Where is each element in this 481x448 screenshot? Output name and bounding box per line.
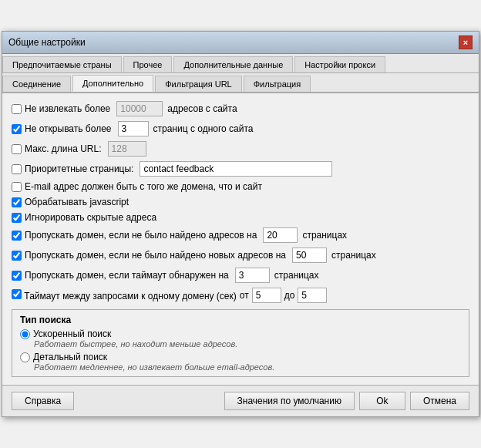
tab-other[interactable]: Прочее xyxy=(123,56,173,72)
fast-search-desc: Работает быстрее, но находит меньше адре… xyxy=(34,339,461,349)
tab-proxy-settings[interactable]: Настройки прокси xyxy=(294,56,385,72)
max-url-checkbox[interactable] xyxy=(12,144,22,154)
skip-no-addr-input[interactable] xyxy=(263,227,298,243)
ignore-hidden-label[interactable]: Игнорировать скрытые адреса xyxy=(12,212,156,223)
bottom-bar: Справка Значения по умолчанию Ok Отмена xyxy=(2,385,479,416)
skip-timeout-label[interactable]: Пропускать домен, если таймаут обнаружен… xyxy=(12,270,229,281)
timeout-between-checkbox[interactable] xyxy=(12,289,22,299)
priority-input[interactable] xyxy=(140,161,332,177)
tab-row-1: Предпочитаемые страны Прочее Дополнитель… xyxy=(2,54,479,73)
row-timeout-between: Таймаут между запросами к одному домену … xyxy=(12,288,469,303)
skip-timeout-input[interactable] xyxy=(235,268,270,283)
max-url-input[interactable] xyxy=(108,141,146,157)
row-not-extract: Не извлекать более адресов с сайта xyxy=(12,101,469,116)
tab-filter[interactable]: Фильтрация xyxy=(244,76,311,92)
timeout-between-label[interactable]: Таймаут между запросами к одному домену … xyxy=(12,289,237,301)
row-skip-no-new-addr: Пропускать домен, если не было найдено н… xyxy=(12,248,469,263)
skip-no-new-addr-input[interactable] xyxy=(292,248,327,263)
fast-search-option: Ускоренный поиск Работает быстрее, но на… xyxy=(20,328,461,349)
skip-no-addr-suffix: страницах xyxy=(302,230,347,241)
not-extract-suffix: адресов с сайта xyxy=(167,103,237,114)
row-skip-timeout: Пропускать домен, если таймаут обнаружен… xyxy=(12,268,469,283)
timeout-from-input[interactable] xyxy=(252,288,281,303)
detailed-search-radio[interactable] xyxy=(20,352,30,362)
skip-no-new-addr-label[interactable]: Пропускать домен, если не было найдено н… xyxy=(12,250,286,261)
tab-url-filter[interactable]: Фильтрация URL xyxy=(155,76,242,92)
ok-button[interactable]: Ok xyxy=(359,392,405,410)
tab-additional-data[interactable]: Дополнительные данные xyxy=(173,56,293,72)
main-window: Общие настройки × Предпочитаемые страны … xyxy=(2,31,479,417)
skip-no-new-addr-suffix: страницах xyxy=(331,250,376,261)
fast-search-label[interactable]: Ускоренный поиск xyxy=(20,328,461,339)
timeout-from-label: от xyxy=(240,290,249,301)
detailed-search-desc: Работает медленнее, но извлекает больше … xyxy=(34,362,461,372)
ignore-hidden-checkbox[interactable] xyxy=(12,213,22,223)
row-priority: Приоритетные страницы: xyxy=(12,161,469,177)
window-title: Общие настройки xyxy=(8,37,86,48)
not-extract-label[interactable]: Не извлекать более xyxy=(12,103,110,114)
skip-no-new-addr-checkbox[interactable] xyxy=(12,251,22,261)
title-bar: Общие настройки × xyxy=(2,32,479,54)
skip-no-addr-label[interactable]: Пропускать домен, если не было найдено а… xyxy=(12,230,257,241)
javascript-label[interactable]: Обрабатывать javascript xyxy=(12,197,129,207)
content-area: Не извлекать более адресов с сайта Не от… xyxy=(2,93,479,385)
radio-group: Ускоренный поиск Работает быстрее, но на… xyxy=(20,328,461,372)
not-extract-input[interactable] xyxy=(116,101,163,116)
cancel-button[interactable]: Отмена xyxy=(410,392,469,410)
tab-row-2: Соединение Дополнительно Фильтрация URL … xyxy=(2,73,479,93)
not-open-checkbox[interactable] xyxy=(12,124,22,134)
fast-search-radio[interactable] xyxy=(20,329,30,339)
help-button[interactable]: Справка xyxy=(12,392,74,410)
skip-timeout-checkbox[interactable] xyxy=(12,271,22,281)
tab-preferred-pages[interactable]: Предпочитаемые страны xyxy=(2,56,122,72)
defaults-button[interactable]: Значения по умолчанию xyxy=(224,392,355,410)
search-type-title: Тип поиска xyxy=(20,315,461,325)
detailed-search-label[interactable]: Детальный поиск xyxy=(20,352,461,362)
row-ignore-hidden: Игнорировать скрытые адреса xyxy=(12,212,469,223)
tab-connection[interactable]: Соединение xyxy=(2,76,71,92)
email-domain-checkbox[interactable] xyxy=(12,182,22,192)
priority-label[interactable]: Приоритетные страницы: xyxy=(12,163,133,174)
detailed-search-option: Детальный поиск Работает медленнее, но и… xyxy=(20,352,461,372)
javascript-checkbox[interactable] xyxy=(12,197,22,207)
not-open-label[interactable]: Не открывать более xyxy=(12,123,112,134)
not-open-suffix: страниц с одного сайта xyxy=(153,123,254,134)
not-open-input[interactable] xyxy=(118,121,149,136)
row-email-domain: E-mail адрес должен быть с того же домен… xyxy=(12,181,469,192)
row-not-open: Не открывать более страниц с одного сайт… xyxy=(12,121,469,136)
max-url-label[interactable]: Макс. длина URL: xyxy=(12,143,102,154)
priority-checkbox[interactable] xyxy=(12,164,22,174)
timeout-to-input[interactable] xyxy=(298,288,327,303)
email-domain-label[interactable]: E-mail адрес должен быть с того же домен… xyxy=(12,181,262,192)
tab-additional[interactable]: Дополнительно xyxy=(72,75,153,92)
row-javascript: Обрабатывать javascript xyxy=(12,197,469,207)
close-button[interactable]: × xyxy=(459,35,473,49)
skip-timeout-suffix: страницах xyxy=(274,270,319,281)
row-max-url: Макс. длина URL: xyxy=(12,141,469,157)
timeout-to-label: до xyxy=(284,290,295,301)
btn-group-right: Значения по умолчанию Ok Отмена xyxy=(224,392,469,410)
row-skip-no-addr: Пропускать домен, если не было найдено а… xyxy=(12,227,469,243)
search-type-section: Тип поиска Ускоренный поиск Работает быс… xyxy=(12,309,469,377)
not-extract-checkbox[interactable] xyxy=(12,104,22,114)
skip-no-addr-checkbox[interactable] xyxy=(12,231,22,241)
